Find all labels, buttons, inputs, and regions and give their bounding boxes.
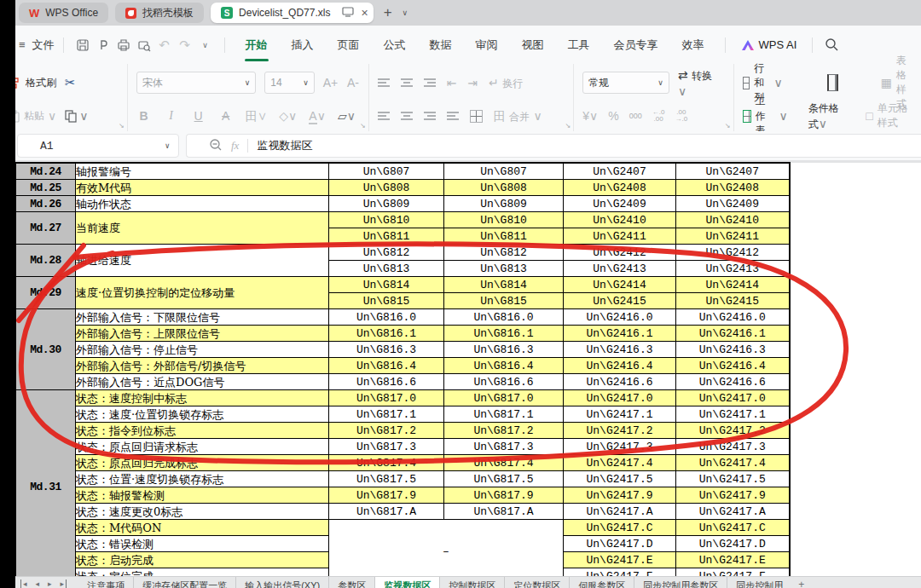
value-cell[interactable]: Un\G2408 xyxy=(564,180,676,196)
value-cell[interactable]: Un\G2417.3 xyxy=(564,439,676,455)
align-right-icon[interactable] xyxy=(424,112,436,120)
value-cell[interactable]: Un\G2411 xyxy=(676,228,790,245)
sheet-tab-同步控制用参数区[interactable]: 同步控制用参数区 xyxy=(634,577,727,588)
menu-item-工具[interactable]: 工具 xyxy=(556,26,602,64)
name-box[interactable]: A1 ∨ xyxy=(17,134,179,158)
row-label-cell[interactable]: 外部输入信号：外部信号/切换信号 xyxy=(76,358,329,374)
row-label-cell[interactable]: 当前速度 xyxy=(76,212,329,245)
copy-format-button[interactable]: ∨ xyxy=(65,109,88,123)
sheet-tab-缓冲存储区配置一览[interactable]: 缓冲存储区配置一览 xyxy=(133,577,235,588)
value-cell[interactable]: Un\G817.9 xyxy=(444,487,564,504)
undo-icon[interactable]: ↶ xyxy=(154,37,175,53)
italic-button[interactable]: I xyxy=(164,109,179,123)
cell-style-button[interactable]: □ 单元格样式 xyxy=(866,101,912,130)
value-cell[interactable]: Un\G2417.C xyxy=(564,520,676,536)
value-cell[interactable]: Un\G2416.6 xyxy=(676,374,790,390)
convert-button[interactable]: ⇄ 转换 ∨ xyxy=(678,67,725,99)
value-cell[interactable]: Un\G807 xyxy=(444,163,564,180)
value-cell[interactable]: Un\G816.3 xyxy=(444,342,564,358)
print-icon[interactable] xyxy=(113,37,134,52)
menu-item-数据[interactable]: 数据 xyxy=(418,26,464,64)
menu-item-插入[interactable]: 插入 xyxy=(280,26,326,64)
value-cell[interactable]: Un\G2417.1 xyxy=(564,406,676,423)
value-cell[interactable]: Un\G2409 xyxy=(564,196,676,212)
row-id-cell[interactable]: Md.31 xyxy=(16,390,76,585)
currency-button[interactable]: ¥∨ xyxy=(582,108,598,124)
next-sheet-icon[interactable]: ▸ xyxy=(48,579,52,588)
value-cell[interactable]: Un\G812 xyxy=(444,245,564,261)
row-label-cell[interactable]: 状态：速度更改0标志 xyxy=(76,504,329,520)
row-label-cell[interactable]: 外部输入信号：停止信号 xyxy=(76,342,329,358)
row-label-cell[interactable]: 速度·位置切换控制的定位移动量 xyxy=(76,277,329,309)
value-cell[interactable]: Un\G816.4 xyxy=(444,358,564,374)
value-cell[interactable]: Un\G810 xyxy=(444,212,564,228)
eraser-button[interactable]: ▱∨ xyxy=(338,108,356,124)
value-cell[interactable]: Un\G816.0 xyxy=(329,309,444,326)
value-cell[interactable]: Un\G817.3 xyxy=(329,439,444,455)
row-id-cell[interactable]: Md.25 xyxy=(16,180,76,196)
last-sheet-icon[interactable]: ▸ xyxy=(61,579,67,588)
value-cell[interactable]: Un\G2416.0 xyxy=(564,309,676,326)
value-cell[interactable]: Un\G2416.6 xyxy=(564,374,676,390)
value-cell[interactable]: Un\G810 xyxy=(329,212,444,228)
menu-item-视图[interactable]: 视图 xyxy=(510,26,556,64)
prev-sheet-icon[interactable]: ◂ xyxy=(36,579,40,588)
value-cell[interactable]: Un\G2417.A xyxy=(676,504,790,520)
value-cell[interactable]: Un\G2416.1 xyxy=(564,326,676,342)
row-id-cell[interactable]: Md.30 xyxy=(16,309,76,390)
value-cell[interactable]: Un\G2416.1 xyxy=(676,326,790,342)
value-cell[interactable]: Un\G2417.5 xyxy=(564,471,676,487)
number-format-select[interactable]: 常规 ∨ xyxy=(582,72,669,94)
distribute-icon[interactable] xyxy=(470,110,483,123)
value-cell[interactable]: Un\G817.0 xyxy=(329,390,444,406)
close-tab-icon[interactable]: × xyxy=(361,6,368,20)
value-cell[interactable]: Un\G2417.3 xyxy=(676,439,790,455)
value-cell[interactable]: Un\G807 xyxy=(329,163,444,180)
row-label-cell[interactable]: 状态：原点回归完成标志 xyxy=(76,455,329,471)
row-label-cell[interactable]: 状态：轴报警检测 xyxy=(76,487,329,504)
row-label-cell[interactable]: 轴进给速度 xyxy=(76,245,329,277)
value-cell[interactable]: Un\G815 xyxy=(444,293,564,309)
align-center-icon[interactable] xyxy=(401,112,413,120)
value-cell[interactable]: Un\G809 xyxy=(444,196,564,212)
sheet-tab-注意事项[interactable]: 注意事项 xyxy=(78,577,133,588)
value-cell[interactable]: Un\G2417.E xyxy=(564,552,676,568)
value-cell[interactable]: Un\G2410 xyxy=(676,212,790,228)
font-color-button[interactable]: A∨ xyxy=(309,108,326,124)
borders-button[interactable]: 田∨ xyxy=(246,108,268,124)
align-top-icon[interactable] xyxy=(378,78,390,87)
value-cell[interactable]: Un\G817.1 xyxy=(444,406,564,423)
menu-item-公式[interactable]: 公式 xyxy=(372,26,418,64)
value-cell[interactable]: Un\G808 xyxy=(444,180,564,196)
sheet-tab-监视数据区[interactable]: 监视数据区 xyxy=(374,577,439,588)
row-label-cell[interactable]: 状态：速度控制中标志 xyxy=(76,390,329,406)
value-cell[interactable]: Un\G814 xyxy=(329,277,444,293)
value-cell[interactable]: Un\G2414 xyxy=(564,277,676,293)
row-id-cell[interactable]: Md.26 xyxy=(16,196,76,212)
value-cell[interactable]: Un\G816.1 xyxy=(329,326,444,342)
value-cell[interactable]: Un\G813 xyxy=(444,261,564,277)
wrap-text-button[interactable]: ↵ 换行 xyxy=(489,75,523,91)
hamburger-icon[interactable]: ≡ xyxy=(19,38,26,51)
value-cell[interactable]: Un\G2412 xyxy=(564,245,676,261)
value-cell[interactable]: Un\G816.0 xyxy=(444,309,564,326)
value-cell[interactable]: Un\G817.A xyxy=(329,504,444,520)
export-pdf-icon[interactable] xyxy=(93,37,113,52)
value-cell[interactable]: Un\G2417.2 xyxy=(564,423,676,439)
value-cell[interactable]: Un\G2417.5 xyxy=(676,471,790,487)
value-cell[interactable]: Un\G2417.9 xyxy=(676,487,790,504)
row-id-cell[interactable]: Md.29 xyxy=(16,277,76,309)
strikethrough-button[interactable]: A xyxy=(218,109,234,123)
row-id-cell[interactable]: Md.28 xyxy=(16,245,76,277)
value-cell[interactable]: Un\G2417.4 xyxy=(676,455,790,471)
tab-list-chevron-icon[interactable]: ∨ xyxy=(403,9,408,17)
value-cell[interactable]: Un\G817.2 xyxy=(329,423,444,439)
value-cell[interactable]: Un\G811 xyxy=(329,228,444,245)
value-cell[interactable]: Un\G812 xyxy=(329,245,444,261)
row-label-cell[interactable]: 状态：M代码ON xyxy=(76,520,329,536)
conditional-format-button[interactable]: 条件格式∨ xyxy=(808,100,845,132)
file-menu[interactable]: 文件 xyxy=(26,37,55,53)
thousands-button[interactable]: 000 xyxy=(629,112,642,119)
new-tab-icon[interactable]: + xyxy=(384,4,392,21)
value-cell[interactable]: Un\G2417.4 xyxy=(564,455,676,471)
